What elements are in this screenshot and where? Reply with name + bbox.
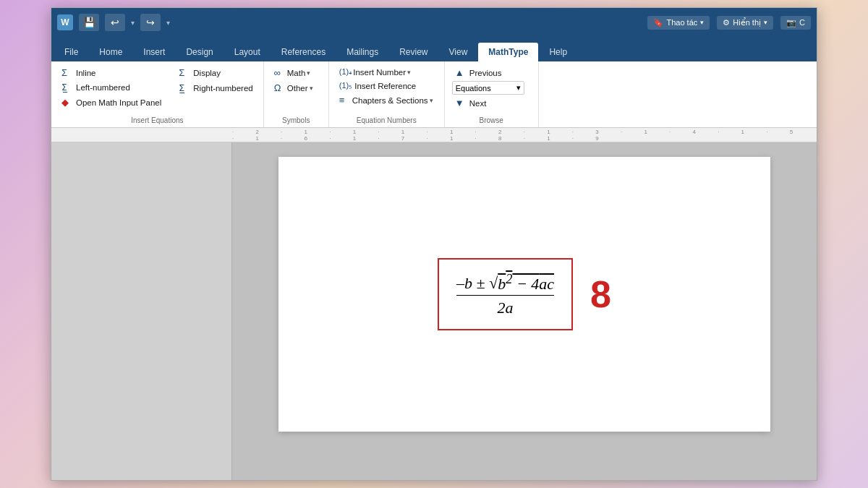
math-button[interactable]: ∞ Math ▾ — [271, 66, 316, 80]
fraction: –b ± √b2 − 4ac 2a — [456, 271, 554, 317]
other-arrow: ▾ — [310, 85, 313, 92]
tab-home[interactable]: Home — [89, 43, 132, 61]
save-button[interactable]: 💾 — [79, 14, 99, 31]
tab-mailings[interactable]: Mailings — [336, 43, 388, 61]
thao-tac-button[interactable]: 🔖 Thao tác ▾ — [647, 16, 710, 30]
ribbon-tabs: File Home Insert Design Layout Reference… — [51, 37, 817, 61]
left-panel — [51, 142, 232, 480]
omega-icon: Ω — [274, 82, 286, 93]
display-button[interactable]: Σ Display — [176, 66, 255, 80]
title-bar: W 💾 ↩ ▾ ↪ ▾ 🔖 Thao tác ▾ ⚙ Hiển thị ▾ 📷 … — [51, 8, 817, 37]
tab-help[interactable]: Help — [539, 43, 577, 61]
infinity-icon: ∞ — [274, 67, 286, 78]
insert-reference-icon: (1)₅ — [339, 81, 352, 90]
sigma-icon: Σ — [61, 67, 73, 78]
sigma-display-icon: Σ — [179, 67, 190, 78]
tab-mathtype[interactable]: MathType — [478, 43, 538, 61]
previous-icon: ▲ — [455, 67, 467, 78]
fraction-denominator: 2a — [498, 297, 514, 317]
insert-number-icon: (1)₄ — [339, 67, 352, 77]
chapters-arrow: ▾ — [430, 97, 433, 104]
word-icon: W — [57, 14, 73, 30]
insert-equations-label: Insert Equations — [59, 116, 256, 126]
ribbon-content: Σ Inline Σ̲ Left-numbered ◆ Open Math In… — [51, 61, 817, 128]
tab-insert[interactable]: Insert — [133, 43, 175, 61]
tab-review[interactable]: Review — [389, 43, 438, 61]
tab-file[interactable]: File — [54, 43, 88, 61]
symbols-group: ∞ Math ▾ Ω Other ▾ Symbols — [264, 61, 329, 127]
hien-thi-button[interactable]: ⚙ Hiển thị ▾ — [717, 16, 773, 30]
insert-number-button[interactable]: (1)₄ Insert Number ▾ — [336, 66, 436, 78]
diamond-icon: ◆ — [61, 97, 73, 108]
tab-view[interactable]: View — [439, 43, 478, 61]
other-button[interactable]: Ω Other ▾ — [271, 81, 316, 95]
chapters-sections-icon: ≡ — [339, 95, 351, 106]
equation-number: 8 — [590, 273, 611, 316]
tab-layout[interactable]: Layout — [224, 43, 271, 61]
equation: –b ± √b2 − 4ac 2a — [456, 271, 554, 317]
chapters-sections-button[interactable]: ≡ Chapters & Sections ▾ — [336, 93, 436, 107]
equation-container: –b ± √b2 − 4ac 2a 8 — [438, 258, 611, 330]
equations-dropdown[interactable]: Equations ▾ — [452, 81, 524, 95]
sigma-left-icon: Σ̲ — [61, 82, 73, 93]
insert-reference-button[interactable]: (1)₅ Insert Reference — [336, 80, 436, 92]
word-window: W 💾 ↩ ▾ ↪ ▾ 🔖 Thao tác ▾ ⚙ Hiển thị ▾ 📷 … — [51, 7, 817, 481]
camera-button[interactable]: 📷 C — [780, 16, 811, 30]
dropdown-arrow: ▾ — [516, 83, 521, 93]
document-page: –b ± √b2 − 4ac 2a 8 — [278, 157, 770, 432]
right-numbered-button[interactable]: Σ̲ Right-numbered — [176, 81, 255, 95]
symbols-items: ∞ Math ▾ Ω Other ▾ — [271, 66, 316, 116]
open-math-input-button[interactable]: ◆ Open Math Input Panel — [59, 95, 164, 109]
browse-label: Browse — [452, 116, 531, 126]
next-icon: ▼ — [455, 98, 467, 108]
math-arrow: ▾ — [307, 69, 310, 77]
insert-equations-items: Σ Inline Σ̲ Left-numbered ◆ Open Math In… — [59, 66, 256, 116]
redo-button[interactable]: ↪ — [140, 14, 161, 31]
title-bar-right: 🔖 Thao tác ▾ ⚙ Hiển thị ▾ 📷 C — [647, 16, 811, 30]
symbols-label: Symbols — [271, 116, 321, 126]
insert-equations-group: Σ Inline Σ̲ Left-numbered ◆ Open Math In… — [51, 61, 264, 127]
ruler: · 2 · 1 · 1 · 1 · 1 · 2 · 1 · 3 · 1 · 4 … — [51, 128, 817, 142]
document-area: –b ± √b2 − 4ac 2a 8 — [232, 142, 817, 480]
main-area: –b ± √b2 − 4ac 2a 8 — [51, 142, 817, 480]
sigma-right-icon: Σ̲ — [179, 82, 190, 93]
left-numbered-button[interactable]: Σ̲ Left-numbered — [59, 81, 164, 94]
equation-numbers-label: Equation Numbers — [336, 116, 437, 126]
tab-design[interactable]: Design — [176, 43, 223, 61]
insert-number-arrow: ▾ — [407, 69, 411, 76]
equation-box[interactable]: –b ± √b2 − 4ac 2a — [438, 258, 573, 330]
fraction-numerator: –b ± √b2 − 4ac — [456, 271, 554, 295]
browse-group: ▲ Previous Equations ▾ ▼ Next Browse — [445, 61, 539, 127]
undo-button[interactable]: ↩ — [105, 14, 125, 31]
browse-items: ▲ Previous Equations ▾ ▼ Next — [452, 66, 524, 116]
inline-button[interactable]: Σ Inline — [59, 66, 164, 80]
equation-numbers-items: (1)₄ Insert Number ▾ (1)₅ Insert Referen… — [336, 66, 436, 116]
next-button[interactable]: ▼ Next — [452, 96, 524, 110]
tab-references[interactable]: References — [271, 43, 336, 61]
previous-button[interactable]: ▲ Previous — [452, 66, 524, 80]
equation-numbers-group: (1)₄ Insert Number ▾ (1)₅ Insert Referen… — [329, 61, 445, 127]
